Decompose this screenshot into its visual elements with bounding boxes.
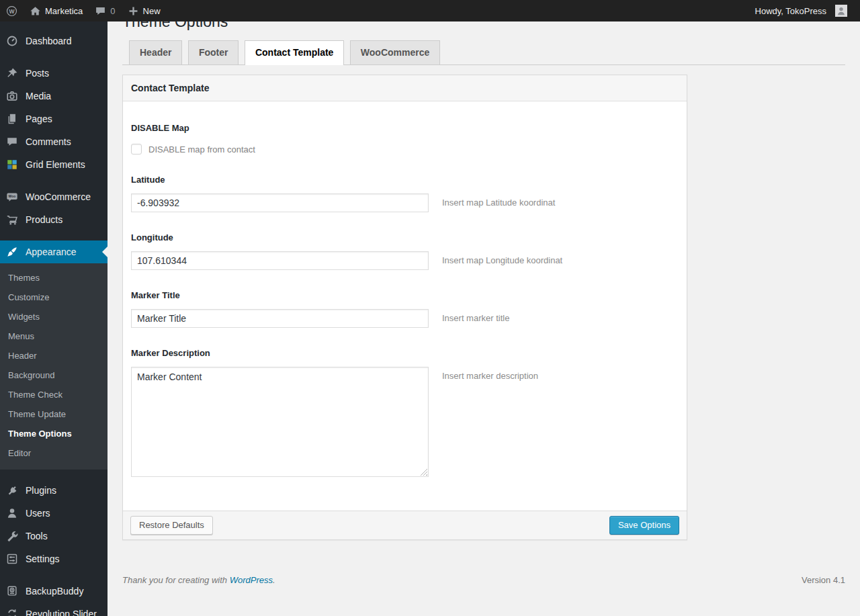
sidebar-item-backupbuddy[interactable]: BackupBuddy [0,580,108,603]
woocommerce-icon: Woo [5,191,19,203]
dashboard-icon [5,35,19,47]
save-options-button[interactable]: Save Options [609,516,679,535]
submenu-item-widgets[interactable]: Widgets [0,307,108,326]
admin-sidebar: Dashboard Posts Media Pages Commen [0,21,108,616]
sidebar-item-label: Products [26,214,62,225]
field-group-marker-description: Marker Description Marker Content Insert… [131,348,679,477]
panel-title: Contact Template [123,75,687,101]
appearance-icon [5,246,19,258]
sidebar-item-pages[interactable]: Pages [0,107,108,130]
sidebar-item-tools[interactable]: Tools [0,525,108,547]
pages-icon [5,113,19,125]
submenu-item-customize[interactable]: Customize [0,288,108,307]
new-label: New [143,6,161,16]
page-footer: Thank you for creating with WordPress. V… [122,575,845,585]
menu-separator [0,570,108,580]
sidebar-item-woocommerce[interactable]: Woo WooCommerce [0,185,108,208]
tab-footer[interactable]: Footer [188,40,239,64]
submenu-item-background[interactable]: Background [0,365,108,385]
media-icon [5,90,19,102]
sidebar-item-label: Tools [26,531,48,541]
submenu-item-header[interactable]: Header [0,346,108,365]
comments-count: 0 [110,6,115,16]
admin-bar-left: W Marketica 0 New [0,0,167,21]
marker-description-textarea[interactable]: Marker Content [131,367,429,477]
footer-version: Version 4.1 [802,575,845,585]
tab-header[interactable]: Header [129,40,182,64]
field-label-longitude: Longitude [131,232,679,243]
sidebar-item-label: Grid Elements [26,159,85,170]
wordpress-logo-button[interactable]: W [0,0,24,21]
marker-title-hint: Insert marker title [442,309,509,323]
sidebar-item-dashboard[interactable]: Dashboard [0,30,108,52]
sidebar-item-label: Settings [26,554,60,564]
marker-title-input[interactable] [131,309,429,328]
sidebar-item-products[interactable]: Products [0,208,108,231]
field-group-longitude: Longitude Insert map Longitude koordinat [131,232,679,270]
main-content: Theme Options Header Footer Contact Temp… [108,0,860,585]
marker-description-hint: Insert marker description [442,367,538,381]
howdy-label: Howdy, TokoPress [755,6,826,16]
users-icon [5,507,19,519]
field-label-marker-description: Marker Description [131,348,679,358]
sidebar-item-users[interactable]: Users [0,502,108,525]
sidebar-item-label: WooCommerce [26,191,91,202]
plugins-icon [5,484,19,496]
restore-defaults-button[interactable]: Restore Defaults [130,516,213,535]
contact-template-panel: Contact Template DISABLE Map DISABLE map… [122,75,687,540]
menu-separator [0,470,108,479]
sidebar-item-plugins[interactable]: Plugins [0,479,108,502]
products-icon [5,214,19,226]
sidebar-item-label: Revolution Slider [26,609,97,616]
new-content-menu[interactable]: New [122,0,167,21]
tab-woocommerce[interactable]: WooCommerce [350,40,440,64]
wordpress-link[interactable]: WordPress [230,575,273,585]
submenu-item-theme-options[interactable]: Theme Options [0,424,108,443]
comments-bubble-icon [95,5,106,17]
field-label-marker-title: Marker Title [131,290,679,300]
submenu-item-editor[interactable]: Editor [0,443,108,463]
submenu-item-menus[interactable]: Menus [0,326,108,346]
posts-icon [5,67,19,79]
longitude-input[interactable] [131,251,429,270]
sidebar-item-grid-elements[interactable]: Grid Elements [0,153,108,176]
svg-text:Woo: Woo [9,194,16,198]
sidebar-item-posts[interactable]: Posts [0,62,108,85]
admin-bar: W Marketica 0 New Howdy, TokoPress [0,0,860,21]
sidebar-item-label: Appearance [26,247,77,257]
longitude-hint: Insert map Longitude koordinat [442,251,562,265]
sidebar-item-label: BackupBuddy [26,586,83,597]
sidebar-item-comments[interactable]: Comments [0,130,108,153]
submenu-item-theme-check[interactable]: Theme Check [0,385,108,404]
appearance-submenu: Themes Customize Widgets Menus Header Ba… [0,263,108,470]
field-label-disable-map: DISABLE Map [131,123,679,133]
sidebar-item-label: Comments [26,136,71,147]
submenu-item-theme-update[interactable]: Theme Update [0,404,108,424]
my-account-menu[interactable]: Howdy, TokoPress [749,0,853,21]
site-name-menu[interactable]: Marketica [24,0,89,21]
plus-icon [128,5,139,17]
field-label-latitude: Latitude [131,175,679,185]
field-group-disable-map: DISABLE Map DISABLE map from contact [131,123,679,155]
sidebar-item-label: Dashboard [26,36,72,46]
sidebar-item-revolution-slider[interactable]: Revolution Slider [0,603,108,616]
disable-map-checkbox[interactable] [131,144,142,155]
sidebar-item-label: Pages [26,114,52,124]
latitude-input[interactable] [131,193,429,212]
sidebar-item-media[interactable]: Media [0,85,108,107]
tab-contact-template[interactable]: Contact Template [245,40,344,65]
disable-map-checkbox-label[interactable]: DISABLE map from contact [148,144,255,155]
submenu-item-themes[interactable]: Themes [0,268,108,288]
home-icon [30,5,41,17]
avatar [835,5,847,17]
sidebar-item-label: Plugins [26,485,56,496]
admin-bar-right: Howdy, TokoPress [749,0,860,21]
settings-icon [5,553,19,565]
admin-bar-comments[interactable]: 0 [89,0,121,21]
sidebar-item-appearance[interactable]: Appearance [0,240,108,263]
field-group-latitude: Latitude Insert map Latitude koordinat [131,175,679,212]
footer-thanks: Thank you for creating with WordPress. [122,575,275,585]
tab-bar: Header Footer Contact Template WooCommer… [122,40,845,65]
sidebar-item-label: Posts [26,68,49,79]
sidebar-item-settings[interactable]: Settings [0,547,108,570]
